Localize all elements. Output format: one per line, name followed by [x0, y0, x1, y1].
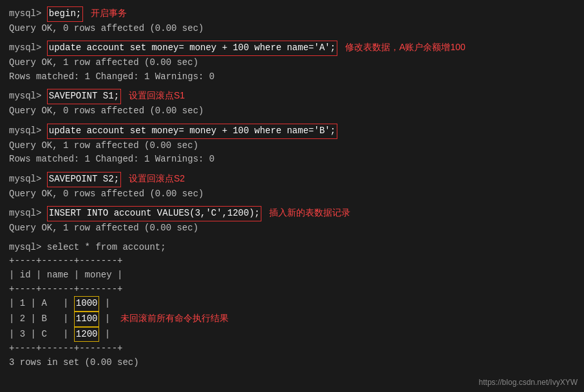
line-select: mysql> select * from account;: [9, 241, 575, 255]
table-row-3-pre: |: [9, 328, 20, 342]
output-update-b-2: Rows matched: 1 Changed: 1 Warnings: 0: [9, 153, 575, 167]
cmd-savepoint-s1: SAVEPOINT S1;: [47, 89, 121, 104]
table-row-3-sep1: | C |: [25, 328, 74, 342]
cmd-insert: INSERT INTO account VALUES(3,'C',1200);: [47, 206, 262, 221]
annotation-savepoint-s2: 设置回滚点S2: [129, 172, 185, 186]
table-header: | id | name | money |: [9, 268, 575, 283]
annotation-result: 未回滚前所有命令执行结果: [120, 312, 229, 326]
prompt-5: mysql>: [9, 173, 47, 187]
line-insert: mysql> INSERT INTO account VALUES(3,'C',…: [9, 206, 575, 221]
annotation-insert: 插入新的表数据记录: [269, 206, 350, 220]
output-update-a-2: Rows matched: 1 Changed: 1 Warnings: 0: [9, 70, 575, 84]
table-row-2-id: 2: [20, 312, 25, 326]
prompt-1: mysql>: [9, 7, 47, 21]
prompt-2: mysql>: [9, 41, 47, 55]
output-update-a-1: Query OK, 1 row affected (0.00 sec): [9, 56, 575, 70]
cmd-update-a: update account set money= money + 100 wh…: [47, 41, 337, 56]
output-insert: Query OK, 1 row affected (0.00 sec): [9, 221, 575, 236]
table-border-top: +----+------+-------+: [9, 254, 575, 268]
table-border-mid: +----+------+-------+: [9, 283, 575, 297]
table-row-2-end: |: [99, 312, 110, 326]
output-savepoint-s2: Query OK, 0 rows affected (0.00 sec): [9, 187, 575, 201]
table-row-1-id: 1: [20, 297, 25, 311]
cmd-savepoint-s2: SAVEPOINT S2;: [47, 172, 121, 187]
annotation-begin: 开启事务: [91, 6, 127, 21]
table-row-1-sep1: | A |: [25, 297, 74, 311]
table-row-3-val: 1200: [74, 327, 100, 342]
table-row-1-end: |: [99, 297, 110, 311]
table-row-3-end: |: [99, 328, 110, 342]
line-begin: mysql> begin; 开启事务: [9, 6, 575, 22]
table-row-1: | 1 | A | 1000 |: [9, 296, 575, 312]
cmd-update-b: update account set money= money + 100 wh…: [47, 124, 337, 139]
prompt-4: mysql>: [9, 124, 47, 138]
table-row-1-val: 1000: [74, 296, 100, 312]
table-row-3: | 3 | C | 1200 |: [9, 327, 575, 342]
watermark: https://blog.csdn.net/IvyXYW: [479, 378, 578, 387]
output-begin: Query OK, 0 rows affected (0.00 sec): [9, 22, 575, 36]
annotation-update-a: 修改表数据，A账户余额增100: [345, 41, 466, 55]
line-savepoint-s2: mysql> SAVEPOINT S2; 设置回滚点S2: [9, 172, 575, 187]
cmd-begin: begin;: [47, 6, 83, 22]
table-row-2: | 2 | B | 1100 | 未回滚前所有命令执行结果: [9, 312, 575, 327]
line-update-a: mysql> update account set money= money +…: [9, 41, 575, 56]
line-update-b: mysql> update account set money= money +…: [9, 124, 575, 139]
table-row-1-pre: |: [9, 297, 20, 311]
table-row-3-id: 3: [20, 328, 25, 342]
table-border-bottom: +----+------+-------+: [9, 342, 575, 356]
line-savepoint-s1: mysql> SAVEPOINT S1; 设置回滚点S1: [9, 89, 575, 104]
prompt-3: mysql>: [9, 89, 47, 104]
output-rows: 3 rows in set (0.00 sec): [9, 356, 575, 370]
output-savepoint-s1: Query OK, 0 rows affected (0.00 sec): [9, 104, 575, 118]
output-update-b-1: Query OK, 1 row affected (0.00 sec): [9, 139, 575, 153]
table-row-2-pre: |: [9, 312, 20, 326]
annotation-savepoint-s1: 设置回滚点S1: [129, 89, 185, 103]
table-row-2-sep1: | B |: [25, 312, 74, 326]
terminal: mysql> begin; 开启事务 Query OK, 0 rows affe…: [0, 0, 584, 377]
prompt-6: mysql>: [9, 207, 47, 221]
table-row-2-val: 1100: [74, 312, 100, 327]
